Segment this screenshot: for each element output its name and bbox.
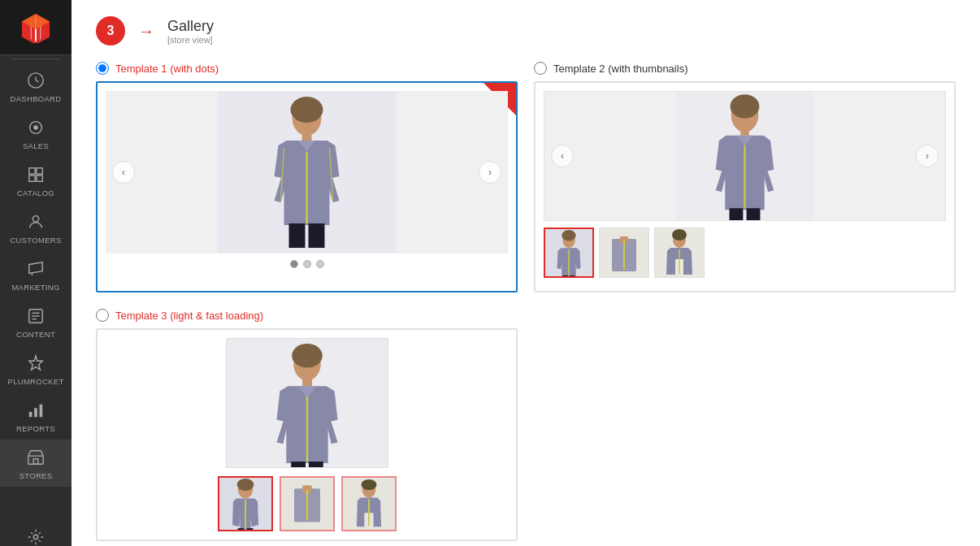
svg-point-12	[33, 216, 38, 222]
jacket-preview-svg-2	[544, 92, 945, 220]
system-icon	[26, 527, 46, 546]
sidebar-divider-top	[11, 58, 60, 59]
template3-thumb-svg-3	[343, 476, 395, 531]
template3-radio[interactable]	[96, 309, 109, 322]
svg-rect-32	[309, 223, 325, 248]
svg-rect-68	[246, 528, 253, 531]
dot-2[interactable]	[303, 260, 311, 268]
template3-radio-row: Template 3 (light & fast loading)	[96, 309, 518, 322]
template2-label[interactable]: Template 2 (with thumbnails)	[553, 63, 687, 75]
svg-rect-23	[28, 456, 43, 464]
main-content: 3 → Gallery [store view] Template 1 (wit…	[72, 0, 980, 546]
svg-rect-11	[37, 176, 42, 181]
template1-label[interactable]: Template 1 (with dots)	[115, 63, 219, 75]
sidebar-item-plumrocket[interactable]: PLUMROCKET	[0, 345, 72, 392]
reports-icon	[26, 401, 46, 420]
sidebar-item-dashboard[interactable]: DASHBOARD	[0, 63, 72, 110]
thumb-2[interactable]	[599, 228, 649, 278]
svg-rect-47	[570, 275, 575, 277]
svg-rect-31	[289, 223, 306, 248]
gallery-dots	[106, 260, 508, 268]
svg-marker-19	[29, 356, 43, 370]
sidebar-item-content[interactable]: CONTENT	[0, 298, 72, 345]
template3-thumbs	[218, 476, 397, 531]
template2-nav-left[interactable]: ‹	[551, 145, 574, 167]
jacket-preview-svg-3	[227, 339, 388, 467]
template3-option: Template 3 (light & fast loading)	[96, 309, 518, 541]
dot-3[interactable]	[316, 260, 324, 268]
sidebar-item-label-stores: STORES	[20, 471, 53, 480]
svg-rect-38	[740, 128, 749, 135]
sales-icon	[26, 118, 46, 137]
sidebar-item-label-content: CONTENT	[16, 330, 55, 339]
thumb-1[interactable]	[544, 228, 594, 278]
template2-main-image: ‹	[544, 91, 946, 221]
sidebar-logo[interactable]	[0, 0, 72, 55]
svg-point-25	[33, 535, 38, 540]
template3-thumb-2[interactable]	[280, 476, 335, 531]
sidebar-item-label-customers: CUSTOMERS	[10, 236, 61, 245]
jacket-preview-svg-1	[106, 91, 508, 254]
sidebar-item-customers[interactable]: CUSTOMERS	[0, 204, 72, 251]
svg-rect-22	[40, 405, 43, 418]
template3-thumb-svg-1	[219, 476, 271, 531]
sidebar-item-label-plumrocket: PLUMROCKET	[8, 377, 64, 386]
step-title-block: Gallery [store view]	[167, 18, 214, 45]
svg-rect-20	[29, 412, 33, 417]
svg-point-28	[291, 97, 323, 123]
template3-preview	[96, 328, 518, 541]
svg-point-65	[236, 479, 254, 491]
dashboard-icon	[26, 71, 46, 90]
svg-point-54	[672, 229, 687, 240]
step-header: 3 → Gallery [store view]	[96, 16, 956, 46]
gallery-nav-right-btn[interactable]: ›	[479, 161, 501, 184]
svg-rect-62	[308, 462, 323, 467]
sidebar-item-sales[interactable]: SALES	[0, 110, 72, 157]
step-arrow-icon: →	[138, 22, 154, 41]
svg-rect-10	[29, 176, 35, 181]
template3-main-image	[226, 338, 388, 468]
svg-point-6	[33, 125, 38, 130]
thumb-svg-3	[655, 228, 704, 277]
plumrocket-icon	[26, 353, 46, 373]
svg-point-58	[292, 344, 323, 368]
template2-option: Template 2 (with thumbnails) ‹	[534, 62, 956, 292]
sidebar-item-catalog[interactable]: CATALOG	[0, 157, 72, 204]
template3-thumb-3[interactable]	[341, 476, 397, 531]
svg-rect-61	[291, 462, 306, 467]
svg-rect-29	[302, 132, 312, 141]
sidebar-item-marketing[interactable]: MARKETING	[0, 251, 72, 298]
template1-radio[interactable]	[96, 62, 109, 75]
thumb-3[interactable]	[654, 228, 705, 278]
gallery-nav-left-btn[interactable]: ‹	[112, 161, 135, 184]
sidebar-item-stores[interactable]: STORES	[0, 440, 72, 487]
svg-point-37	[731, 94, 760, 118]
dot-1[interactable]	[290, 260, 298, 268]
marketing-icon	[26, 259, 46, 279]
svg-rect-8	[29, 168, 35, 174]
template2-nav-right[interactable]: ›	[916, 145, 939, 167]
step-subtitle: [store view]	[167, 35, 214, 45]
svg-rect-24	[33, 459, 38, 464]
sidebar-item-label-dashboard: DASHBOARD	[11, 94, 62, 103]
template1-preview: ✓ ‹	[96, 81, 518, 292]
template2-preview: ‹	[534, 81, 956, 292]
template2-thumbs	[544, 228, 946, 278]
svg-point-75	[361, 479, 376, 490]
svg-rect-21	[34, 408, 37, 417]
template3-thumb-1[interactable]	[218, 476, 273, 531]
sidebar-item-label-marketing: MARKETING	[11, 283, 59, 292]
svg-line-5	[36, 80, 39, 82]
sidebar-item-reports[interactable]: REPORTS	[0, 392, 72, 440]
sidebar: DASHBOARD SALES CATALOG CUSTOMERS MARKET…	[0, 0, 72, 546]
sidebar-item-system[interactable]	[0, 519, 72, 546]
svg-rect-59	[302, 378, 312, 386]
template2-radio[interactable]	[534, 62, 547, 75]
customers-icon	[26, 212, 46, 232]
template2-radio-row: Template 2 (with thumbnails)	[534, 62, 956, 75]
template3-label[interactable]: Template 3 (light & fast loading)	[115, 310, 263, 322]
svg-rect-40	[730, 208, 744, 220]
sidebar-item-label-sales: SALES	[23, 141, 49, 150]
catalog-icon	[26, 165, 46, 184]
svg-rect-9	[37, 168, 42, 174]
